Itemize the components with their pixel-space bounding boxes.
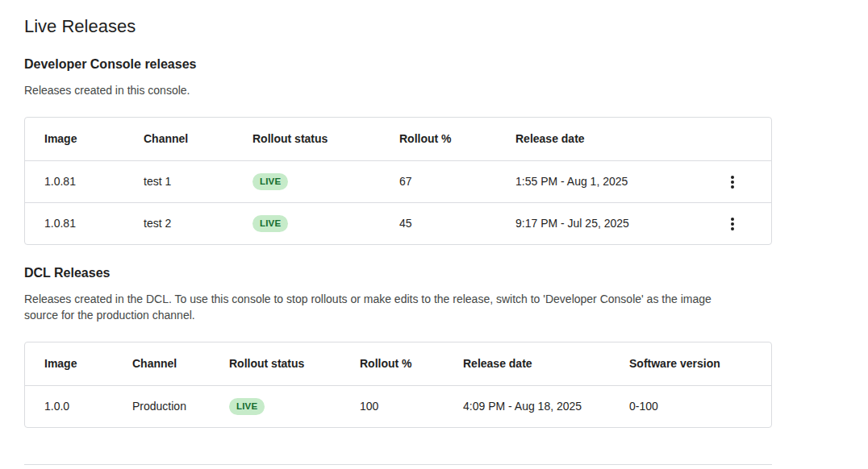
cell-rollout-percent: 45 (380, 202, 496, 244)
kebab-menu-icon (731, 176, 734, 189)
cell-release-date: 4:09 PM - Aug 18, 2025 (444, 385, 610, 427)
column-header-actions (691, 118, 772, 160)
developer-console-description: Releases created in this console. (24, 82, 742, 98)
column-header-image: Image (25, 342, 113, 385)
table-row: 1.0.81 test 1 LIVE 67 1:55 PM - Aug 1, 2… (25, 160, 772, 202)
kebab-menu-icon (731, 218, 734, 230)
column-header-release-date: Release date (444, 342, 610, 385)
live-releases-page: Live Releases Developer Console releases… (0, 0, 868, 465)
row-actions-button[interactable] (720, 211, 745, 237)
cell-rollout-status: LIVE (233, 160, 380, 202)
table-row: 1.0.0 Production LIVE 100 4:09 PM - Aug … (25, 385, 772, 427)
status-badge: LIVE (252, 215, 288, 232)
column-header-image: Image (25, 118, 124, 160)
cell-release-date: 9:17 PM - Jul 25, 2025 (496, 202, 691, 244)
cell-channel: test 1 (124, 160, 233, 202)
section-dcl-releases: DCL Releases Releases created in the DCL… (24, 265, 844, 428)
cell-rollout-percent: 100 (340, 385, 444, 427)
column-header-rollout-percent: Rollout % (340, 342, 444, 385)
cell-rollout-status: LIVE (233, 202, 380, 244)
cell-actions (691, 160, 772, 202)
cell-actions (691, 202, 772, 244)
cell-software-version: 0-100 (610, 385, 772, 427)
dcl-table: Image Channel Rollout status Rollout % R… (24, 342, 772, 428)
column-header-channel: Channel (124, 118, 233, 160)
developer-console-heading: Developer Console releases (24, 56, 844, 73)
dcl-description: Releases created in the DCL. To use this… (24, 291, 742, 323)
status-badge: LIVE (229, 398, 265, 415)
row-actions-button[interactable] (720, 169, 745, 195)
developer-console-table: Image Channel Rollout status Rollout % R… (24, 117, 772, 245)
dcl-heading: DCL Releases (24, 265, 844, 281)
column-header-rollout-status: Rollout status (210, 342, 340, 385)
status-badge: LIVE (252, 173, 288, 190)
section-developer-console-releases: Developer Console releases Releases crea… (24, 56, 844, 245)
cell-image: 1.0.81 (25, 202, 124, 244)
table-header-row: Image Channel Rollout status Rollout % R… (25, 118, 772, 160)
column-header-software-version: Software version (610, 342, 772, 385)
cell-channel: test 2 (124, 202, 233, 244)
cell-rollout-percent: 67 (380, 160, 496, 202)
cell-rollout-status: LIVE (210, 385, 340, 427)
table-row: 1.0.81 test 2 LIVE 45 9:17 PM - Jul 25, … (25, 202, 772, 244)
column-header-rollout-percent: Rollout % (380, 118, 496, 160)
footer-divider (24, 464, 772, 465)
column-header-release-date: Release date (496, 118, 691, 160)
cell-release-date: 1:55 PM - Aug 1, 2025 (496, 160, 691, 202)
cell-image: 1.0.0 (25, 385, 113, 427)
column-header-rollout-status: Rollout status (233, 118, 380, 160)
cell-image: 1.0.81 (25, 160, 124, 202)
table-header-row: Image Channel Rollout status Rollout % R… (25, 342, 772, 385)
column-header-channel: Channel (113, 342, 210, 385)
cell-channel: Production (113, 385, 210, 427)
page-title: Live Releases (24, 15, 844, 39)
